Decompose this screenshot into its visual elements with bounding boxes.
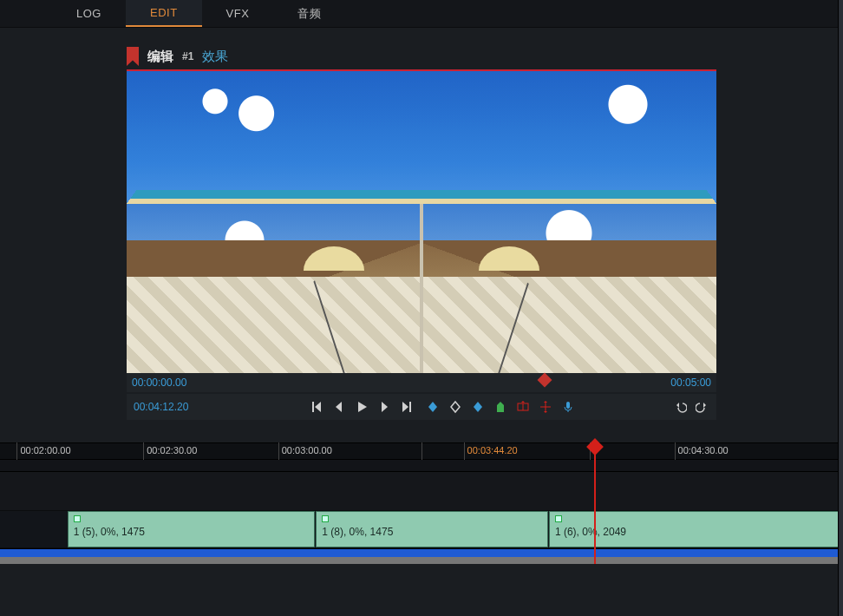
viewer-title-fx[interactable]: 效果 xyxy=(202,49,228,65)
ruler-tick[interactable]: 00:02:30.00 xyxy=(143,443,200,457)
tab-log[interactable]: LOG xyxy=(52,0,126,27)
timeline-playhead[interactable] xyxy=(594,441,596,564)
marker-in-icon[interactable] xyxy=(426,400,440,414)
viewer-title-main: 编辑 xyxy=(147,49,173,65)
clip[interactable]: 1 (5), 0%, 1475 xyxy=(68,511,316,547)
range-bar-blue[interactable] xyxy=(0,548,843,557)
ruler-tick[interactable]: 00:04:30.00 xyxy=(675,443,732,457)
ruler-tick[interactable]: 00:03:00.00 xyxy=(278,443,336,457)
undo-redo xyxy=(673,400,709,414)
step-back-icon[interactable] xyxy=(332,400,346,414)
marker-green-icon[interactable] xyxy=(493,400,507,414)
clip-marker-icon xyxy=(74,515,81,522)
marker-empty-icon[interactable] xyxy=(448,400,462,414)
ruler-tick[interactable]: 00:02:00.00 xyxy=(16,443,74,457)
clip-label: 1 (8), 0%, 1475 xyxy=(322,526,542,538)
timeline: 00:02:00.0000:02:30.0000:03:00.0000:03:4… xyxy=(0,442,843,564)
clip[interactable]: 1 (6), 0%, 2049 xyxy=(549,511,843,547)
viewer-title-number: #1 xyxy=(182,50,193,62)
scrub-playhead-icon[interactable] xyxy=(538,373,552,388)
top-tabs: LOG EDIT VFX 音频 xyxy=(0,0,843,28)
undo-icon[interactable] xyxy=(673,400,687,414)
tab-vfx[interactable]: VFX xyxy=(202,0,274,27)
timeline-ruler-strip[interactable] xyxy=(0,460,843,472)
play-icon[interactable] xyxy=(355,400,369,414)
range-bar-gray[interactable] xyxy=(0,557,843,564)
overwrite-icon[interactable] xyxy=(516,400,530,414)
clip-label: 1 (6), 0%, 2049 xyxy=(555,526,837,538)
mic-icon[interactable] xyxy=(561,400,575,414)
go-start-icon[interactable] xyxy=(310,400,323,414)
ruler-tick[interactable] xyxy=(422,443,428,447)
right-scrollbar[interactable] xyxy=(838,0,843,616)
viewer-area: 编辑 #1 效果 00:00:00.00 00:05:00 00:04:12.2… xyxy=(0,47,843,420)
bookmark-icon xyxy=(127,47,139,66)
video-track[interactable]: 1 (5), 0%, 14751 (8), 0%, 14751 (6), 0%,… xyxy=(0,510,843,548)
playback-controls xyxy=(310,400,414,414)
transport-bar: 00:04:12.20 xyxy=(127,394,716,420)
clip-marker-icon xyxy=(322,515,329,522)
scrub-end-tc: 00:05:00 xyxy=(670,377,711,389)
transport-timecode: 00:04:12.20 xyxy=(134,401,212,413)
clip-label: 1 (5), 0%, 1475 xyxy=(74,526,310,538)
track-area: 1 (5), 0%, 14751 (8), 0%, 14751 (6), 0%,… xyxy=(0,472,843,564)
scrub-start-tc: 00:00:00.00 xyxy=(132,377,186,389)
step-forward-icon[interactable] xyxy=(377,400,391,414)
preview-monitor[interactable] xyxy=(127,69,716,373)
clip-marker-icon xyxy=(555,515,562,522)
clip[interactable]: 1 (8), 0%, 1475 xyxy=(316,511,548,547)
tab-audio[interactable]: 音频 xyxy=(273,0,345,27)
insert-icon[interactable] xyxy=(539,400,552,414)
redo-icon[interactable] xyxy=(696,400,709,414)
marker-out-icon[interactable] xyxy=(471,400,485,414)
track-empty[interactable] xyxy=(0,472,843,510)
ruler-tick[interactable]: 00:03:44.20 xyxy=(464,443,521,457)
go-end-icon[interactable] xyxy=(400,400,414,414)
timeline-ruler[interactable]: 00:02:00.0000:02:30.0000:03:00.0000:03:4… xyxy=(0,442,843,460)
marker-controls xyxy=(426,400,575,414)
viewer-title: 编辑 #1 效果 xyxy=(127,47,716,66)
svg-rect-1 xyxy=(566,402,570,409)
mini-scrub-bar[interactable]: 00:00:00.00 00:05:00 xyxy=(127,373,716,392)
tab-edit[interactable]: EDIT xyxy=(126,0,202,27)
